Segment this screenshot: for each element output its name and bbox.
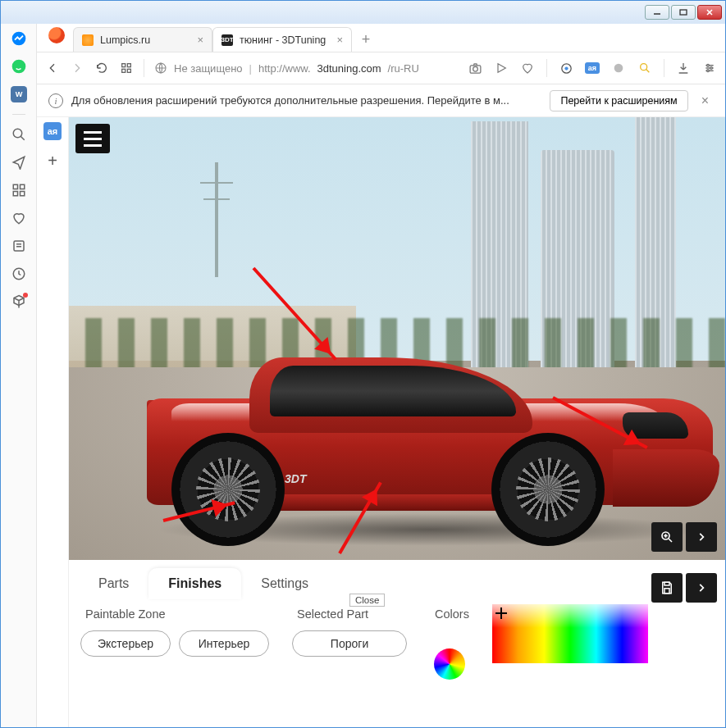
color-picker[interactable] bbox=[492, 604, 648, 663]
panel-tabs: Parts Finishes Settings bbox=[69, 560, 725, 599]
viewer-menu-button[interactable] bbox=[75, 124, 110, 153]
history-icon[interactable] bbox=[11, 266, 27, 282]
page-content: 3DT bbox=[68, 117, 725, 727]
goto-extensions-button[interactable]: Перейти к расширениям bbox=[550, 90, 687, 111]
globe-icon bbox=[154, 61, 167, 75]
tab-lumpics[interactable]: Lumpics.ru × bbox=[73, 27, 212, 52]
car-badge: 3DT bbox=[285, 472, 306, 485]
colors-label: Colors bbox=[430, 607, 469, 622]
vk-icon[interactable]: W bbox=[11, 86, 27, 102]
maximize-button[interactable] bbox=[671, 5, 696, 20]
extension-grey-icon[interactable] bbox=[611, 61, 626, 75]
colors-col: Colors bbox=[430, 607, 469, 680]
info-message: Для обновления расширений требуются допо… bbox=[71, 94, 541, 107]
selected-part-label: Selected Part bbox=[292, 607, 407, 622]
svg-rect-41 bbox=[664, 589, 669, 594]
svg-rect-40 bbox=[664, 582, 669, 585]
speed-dial-icon[interactable] bbox=[11, 182, 27, 198]
translate-pill-icon[interactable]: aя bbox=[43, 122, 62, 140]
send-icon[interactable] bbox=[11, 154, 27, 171]
bottom-panel: Parts Finishes Settings Close Paintable … bbox=[69, 560, 725, 727]
window-close-button[interactable] bbox=[697, 5, 722, 20]
paintable-zone-label: Paintable Zone bbox=[80, 607, 269, 622]
url-path: /ru-RU bbox=[388, 62, 419, 75]
svg-rect-11 bbox=[20, 184, 24, 189]
tab-close-icon[interactable]: × bbox=[197, 34, 203, 46]
reload-button[interactable] bbox=[94, 61, 109, 75]
camera-icon[interactable] bbox=[468, 61, 482, 75]
heart-icon[interactable] bbox=[11, 210, 27, 226]
translate-icon[interactable]: aя bbox=[585, 62, 600, 74]
svg-point-34 bbox=[710, 67, 713, 70]
download-icon[interactable] bbox=[676, 61, 691, 75]
whatsapp-icon[interactable] bbox=[11, 58, 27, 75]
back-button[interactable] bbox=[45, 61, 60, 75]
svg-point-35 bbox=[707, 70, 710, 72]
apps-icon[interactable] bbox=[119, 61, 134, 75]
svg-point-26 bbox=[564, 66, 568, 70]
tab-3dtuning[interactable]: 3DT тюнинг - 3DTuning × bbox=[212, 27, 352, 52]
svg-point-27 bbox=[614, 64, 623, 73]
sills-button[interactable]: Пороги bbox=[292, 630, 407, 657]
zoom-next-button[interactable] bbox=[686, 522, 717, 552]
svg-point-5 bbox=[11, 60, 25, 74]
save-button[interactable] bbox=[651, 573, 683, 603]
tab-close-icon[interactable]: × bbox=[336, 34, 343, 46]
url-prefix: http://www. bbox=[258, 62, 311, 75]
extensions-info-bar: i Для обновления расширений требуются до… bbox=[37, 84, 725, 117]
opera-logo-icon[interactable] bbox=[48, 27, 65, 43]
interior-button[interactable]: Интерьер bbox=[179, 630, 269, 657]
security-label: Не защищено bbox=[174, 62, 243, 75]
favicon-icon: 3DT bbox=[221, 34, 233, 46]
window-frame: W Lumpics.ru × 3DT тюнинг - 3DTuning bbox=[0, 0, 726, 728]
svg-line-9 bbox=[21, 136, 25, 140]
opera-sidebar: W bbox=[1, 24, 37, 727]
infobar-close-icon[interactable]: × bbox=[696, 93, 714, 108]
svg-rect-13 bbox=[20, 192, 24, 196]
search-icon[interactable] bbox=[11, 126, 27, 143]
forward-button[interactable] bbox=[70, 61, 84, 75]
svg-point-8 bbox=[13, 129, 22, 138]
close-tooltip: Close bbox=[349, 594, 385, 607]
paintable-zone-col: Paintable Zone Экстерьер Интерьер bbox=[80, 607, 269, 657]
svg-rect-18 bbox=[122, 64, 126, 67]
save-next-button[interactable] bbox=[686, 573, 717, 603]
extensions-cube-icon[interactable] bbox=[11, 293, 27, 310]
svg-rect-19 bbox=[127, 64, 130, 67]
url-field[interactable]: Не защищено | http://www.3dtuning.com/ru… bbox=[154, 61, 458, 75]
address-bar: Не защищено | http://www.3dtuning.com/ru… bbox=[37, 52, 725, 84]
svg-rect-12 bbox=[13, 192, 17, 196]
car-viewer[interactable]: 3DT bbox=[69, 117, 725, 560]
page-mini-rail: aя + bbox=[37, 117, 68, 727]
tab-settings[interactable]: Settings bbox=[241, 568, 328, 599]
zoom-button[interactable] bbox=[651, 522, 683, 552]
bookmark-heart-icon[interactable] bbox=[520, 61, 535, 75]
url-domain: 3dtuning.com bbox=[317, 62, 381, 75]
svg-line-37 bbox=[669, 539, 672, 542]
tab-title: Lumpics.ru bbox=[100, 34, 190, 46]
exterior-button[interactable]: Экстерьер bbox=[80, 630, 171, 657]
news-icon[interactable] bbox=[11, 238, 27, 254]
play-icon[interactable] bbox=[494, 61, 509, 75]
info-icon: i bbox=[48, 93, 63, 108]
tab-title: тюнинг - 3DTuning bbox=[240, 34, 330, 46]
window-titlebar bbox=[1, 1, 725, 24]
color-wheel-icon[interactable] bbox=[434, 648, 465, 680]
extension-yellow-icon[interactable] bbox=[637, 61, 652, 75]
svg-line-29 bbox=[646, 69, 649, 72]
messenger-icon[interactable] bbox=[11, 30, 27, 47]
tab-strip: Lumpics.ru × 3DT тюнинг - 3DTuning × + bbox=[37, 24, 725, 52]
svg-rect-10 bbox=[13, 184, 17, 189]
favicon-icon bbox=[82, 34, 94, 46]
tab-parts[interactable]: Parts bbox=[79, 568, 148, 599]
svg-point-33 bbox=[707, 64, 710, 66]
easy-setup-icon[interactable] bbox=[702, 61, 717, 75]
picker-crosshair-icon bbox=[495, 607, 507, 619]
tab-finishes[interactable]: Finishes bbox=[148, 568, 241, 599]
svg-rect-20 bbox=[122, 69, 126, 72]
svg-text:W: W bbox=[15, 90, 22, 98]
rail-add-button[interactable]: + bbox=[43, 152, 62, 170]
minimize-button[interactable] bbox=[645, 5, 669, 20]
new-tab-button[interactable]: + bbox=[355, 29, 377, 50]
shield-icon[interactable] bbox=[559, 61, 573, 75]
